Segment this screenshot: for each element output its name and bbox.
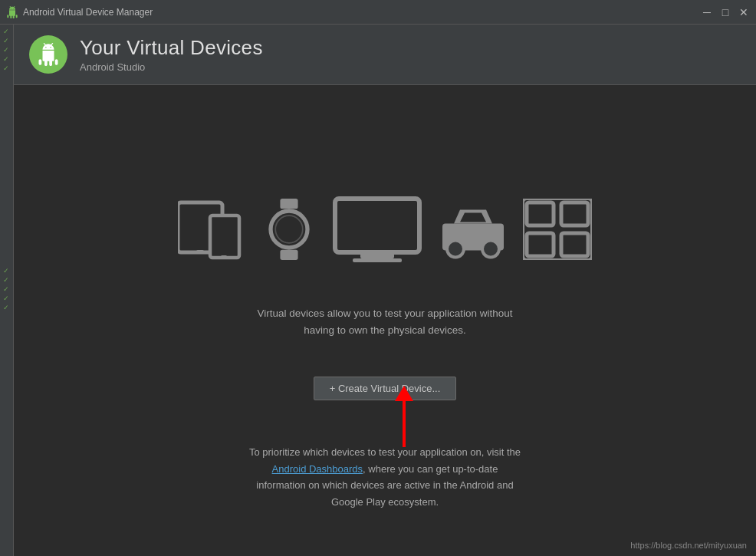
tv-svg	[331, 195, 423, 264]
minimize-button[interactable]: ─	[701, 6, 713, 18]
svg-rect-1	[196, 250, 204, 253]
svg-rect-8	[335, 199, 419, 252]
sidebar-strip	[0, 25, 14, 556]
glass-icon	[523, 199, 592, 263]
phone-tablet-icon	[178, 199, 247, 263]
svg-rect-18	[523, 199, 592, 260]
glass-svg	[523, 199, 592, 260]
tv-icon	[331, 195, 423, 267]
header-subtitle: Android Studio	[80, 61, 263, 73]
page-title: Your Virtual Devices	[80, 36, 263, 60]
title-bar-android-icon	[6, 6, 18, 18]
watch-icon	[262, 199, 316, 263]
center-area: Virtual devices allow you to test your a…	[14, 85, 756, 556]
header: Your Virtual Devices Android Studio	[14, 25, 756, 85]
watch-svg	[262, 199, 316, 260]
phone-tablet-svg	[178, 199, 247, 260]
svg-rect-4	[280, 199, 297, 209]
maximize-button[interactable]: □	[719, 6, 731, 18]
android-logo-icon	[37, 43, 60, 66]
title-bar-controls: ─ □ ✕	[701, 6, 750, 18]
svg-point-7	[275, 215, 303, 243]
svg-rect-3	[221, 255, 227, 258]
svg-point-12	[447, 240, 464, 257]
bottom-url: https://blog.csdn.net/mityuxuan	[630, 541, 747, 550]
sidebar-tick-3	[2, 46, 12, 54]
svg-rect-5	[280, 250, 297, 260]
sidebar-tick-6	[2, 267, 12, 275]
sidebar-tick-4	[2, 55, 12, 63]
sidebar-tick-8	[2, 285, 12, 293]
sidebar-tick-10	[2, 304, 12, 311]
sidebar-tick-7	[2, 276, 12, 284]
svg-rect-14	[527, 202, 554, 225]
svg-rect-17	[561, 233, 588, 256]
android-dashboards-link[interactable]: Android Dashboards	[272, 463, 363, 475]
svg-rect-16	[527, 233, 554, 256]
footer-text-before: To prioritize which devices to test your…	[249, 446, 521, 458]
header-text-block: Your Virtual Devices Android Studio	[80, 36, 263, 73]
create-virtual-device-button[interactable]: + Create Virtual Device...	[314, 377, 457, 400]
sidebar-tick-1	[2, 28, 12, 35]
sidebar-tick-2	[2, 37, 12, 44]
close-button[interactable]: ✕	[738, 6, 750, 18]
svg-point-6	[271, 211, 307, 248]
car-svg	[439, 199, 508, 260]
title-bar: Android Virtual Device Manager ─ □ ✕	[0, 0, 756, 25]
sidebar-tick-5	[2, 64, 12, 72]
svg-rect-10	[353, 258, 402, 262]
main-content: Your Virtual Devices Android Studio	[14, 25, 756, 556]
svg-rect-2	[210, 215, 239, 258]
car-icon	[439, 199, 508, 263]
android-logo	[29, 35, 67, 74]
device-icons-row	[178, 195, 592, 267]
sidebar-tick-9	[2, 294, 12, 302]
svg-rect-9	[360, 252, 394, 258]
svg-marker-20	[395, 386, 413, 401]
title-bar-text: Android Virtual Device Manager	[23, 7, 153, 18]
svg-point-13	[482, 240, 499, 257]
svg-rect-15	[561, 202, 588, 225]
footer-text: To prioritize which devices to test your…	[247, 444, 523, 510]
description-text: Virtual devices allow you to test your a…	[255, 305, 515, 338]
title-bar-left: Android Virtual Device Manager	[6, 6, 153, 18]
